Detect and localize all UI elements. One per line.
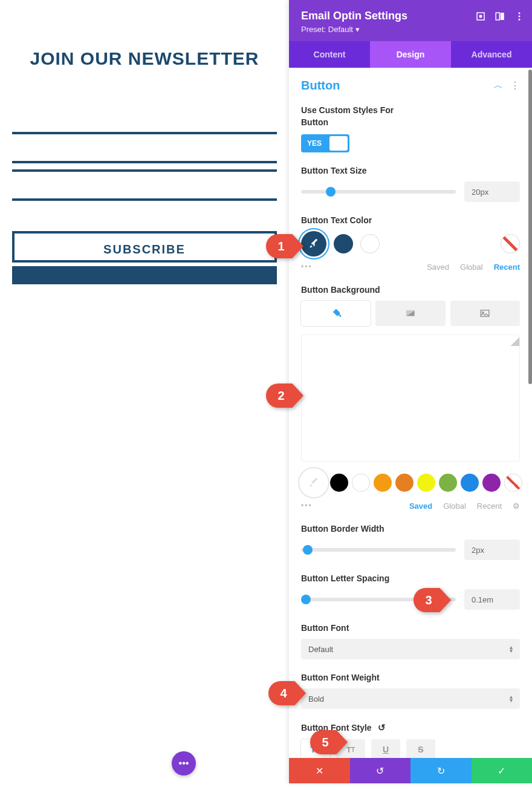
marker-1: 1 [266,234,303,258]
bg-swatch-blue[interactable] [461,474,479,492]
bg-more-colors-icon[interactable]: ••• [301,501,313,510]
section-kebab-icon[interactable]: ⋮ [510,80,520,91]
bg-color-tab-saved[interactable]: Saved [409,501,432,511]
reset-icon[interactable]: ↺ [378,722,386,733]
tab-content[interactable]: Content [289,41,370,68]
color-tab-global[interactable]: Global [460,263,483,272]
border-width-label: Button Border Width [301,524,520,534]
svg-point-5 [519,16,521,18]
redo-button[interactable]: ↻ [410,758,472,783]
letter-spacing-label: Button Letter Spacing [301,573,520,583]
font-label: Button Font [301,623,520,633]
preview-pane: JOIN OUR NEWSLETTER SUBSCRIBE [0,0,289,790]
bg-color-tab-global[interactable]: Global [443,501,466,511]
panel-header: Email Optin Settings Preset: Default ▾ [289,0,532,41]
svg-rect-1 [479,15,482,18]
color-tab-saved[interactable]: Saved [427,263,449,272]
fab-button[interactable]: ••• [172,751,196,775]
bg-tab-image[interactable] [450,301,520,326]
scrollbar[interactable] [528,70,532,384]
bg-color-preview[interactable] [301,335,520,462]
text-size-slider[interactable] [301,190,456,194]
section-title[interactable]: Button [301,79,340,93]
border-width-input[interactable]: 2px [464,540,520,560]
text-color-label: Button Text Color [301,215,520,225]
bg-tab-gradient[interactable] [375,301,445,326]
bg-swatch-orange[interactable] [374,474,392,492]
newsletter-module: JOIN OUR NEWSLETTER SUBSCRIBE [0,0,289,296]
svg-rect-2 [496,13,499,20]
text-color-picker[interactable] [301,231,326,256]
panel-preset[interactable]: Preset: Default ▾ [301,25,520,34]
newsletter-title: JOIN OUR NEWSLETTER [12,48,277,69]
bg-swatch-none[interactable] [504,474,522,492]
bg-swatch-yellow[interactable] [417,474,435,492]
undo-button[interactable]: ↺ [350,758,411,783]
bg-color-tab-recent[interactable]: Recent [477,501,502,511]
bg-tab-color[interactable] [301,301,371,326]
font-weight-select[interactable]: Bold ▴▾ [301,688,520,709]
bg-swatch-amber[interactable] [395,474,414,492]
bg-swatch-black[interactable] [330,474,348,492]
panel-footer: ✕ ↺ ↻ ✓ [289,758,532,783]
font-weight-label: Button Font Weight [301,673,520,682]
background-label: Button Background [301,285,520,295]
gear-icon[interactable]: ⚙ [513,501,520,511]
bg-swatch-green[interactable] [439,474,457,492]
text-color-swatch-navy[interactable] [334,234,353,253]
more-colors-icon[interactable]: ••• [301,263,313,271]
snap-icon[interactable] [495,11,505,22]
newsletter-input-1[interactable] [12,132,277,163]
svg-rect-3 [501,13,504,20]
custom-styles-toggle[interactable]: YES [301,134,349,152]
text-color-swatch-white[interactable] [360,234,380,253]
marker-5: 5 [310,730,348,754]
subscribe-button[interactable]: SUBSCRIBE [12,231,277,263]
text-size-label: Button Text Size [301,166,520,175]
tab-design[interactable]: Design [370,41,451,68]
tab-advanced[interactable]: Advanced [451,41,532,68]
svg-point-6 [519,19,521,21]
marker-2: 2 [266,384,303,408]
bg-picker[interactable] [301,470,326,495]
underline-button[interactable]: U [371,739,400,758]
newsletter-input-2[interactable] [12,169,277,201]
bg-swatch-white[interactable] [352,474,370,492]
bg-swatch-purple[interactable] [482,474,501,492]
border-width-slider[interactable] [301,548,456,552]
marker-4: 4 [268,681,306,705]
settings-panel: Email Optin Settings Preset: Default ▾ C… [289,0,532,783]
text-size-input[interactable]: 20px [464,181,520,202]
save-button[interactable]: ✓ [472,758,533,783]
letter-spacing-input[interactable]: 0.1em [464,589,520,610]
kebab-icon[interactable] [514,11,525,22]
custom-styles-label: Use Custom Styles For Button [301,105,398,128]
panel-tabs: Content Design Advanced [289,41,532,68]
text-color-swatch-none[interactable] [501,234,520,253]
svg-point-4 [519,12,521,14]
blue-bar [12,266,277,284]
chevron-up-icon[interactable]: ︿ [493,79,503,92]
marker-3: 3 [414,588,451,612]
font-select[interactable]: Default ▴▾ [301,639,520,659]
expand-icon[interactable] [475,11,486,22]
strikethrough-button[interactable]: S [406,739,435,758]
close-button[interactable]: ✕ [289,758,350,783]
panel-body: Button ︿ ⋮ Use Custom Styles For Button … [289,68,532,758]
color-tab-recent[interactable]: Recent [494,263,520,272]
